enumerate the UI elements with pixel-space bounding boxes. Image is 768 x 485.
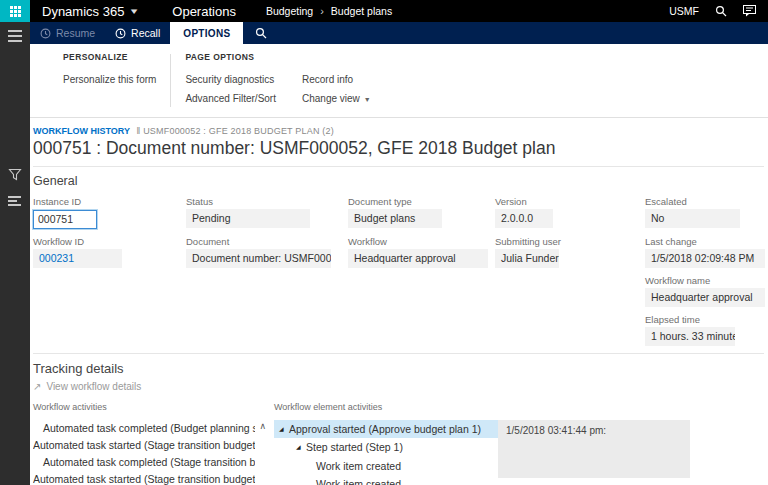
document-type-value: Budget plans	[348, 209, 442, 228]
element-activities-tree: ◢ Approval started (Approve budget plan …	[274, 420, 498, 485]
general-fields: Instance ID Status Pending Document type…	[33, 196, 764, 353]
field-label: Version	[495, 196, 645, 207]
product-name: Dynamics 365	[42, 4, 124, 19]
filter-icon[interactable]	[8, 168, 22, 181]
field-elapsed-time: Elapsed time 1 hours. 33 minutes.	[645, 314, 765, 346]
workflow-activities-label: Workflow activities	[33, 402, 266, 412]
breadcrumb-chevron-icon: ›	[320, 5, 324, 17]
tree-item-label: Approval started (Approve budget plan 1)	[289, 420, 481, 439]
field-version: Version 2.0.0.0	[495, 196, 645, 229]
status-value: Pending	[186, 209, 310, 228]
field-workflow-name: Workflow name Headquarter approval	[645, 275, 765, 307]
field-status: Status Pending	[186, 196, 348, 229]
chevron-down-icon: ▼	[129, 7, 140, 16]
instance-id-input[interactable]	[33, 210, 97, 229]
search-icon[interactable]	[715, 5, 727, 17]
list-item[interactable]: Automated task started (Stage transition…	[33, 471, 255, 485]
field-label: Submitting user	[495, 236, 645, 247]
field-document: Document Document number: USMF00005...	[186, 236, 348, 268]
view-workflow-details-label: View workflow details	[46, 381, 141, 392]
field-instance-id: Instance ID	[33, 196, 186, 229]
tree-item[interactable]: Work item created	[274, 475, 498, 485]
chevron-down-icon: ▼	[364, 96, 371, 103]
diagonal-arrow-icon: ↗	[33, 381, 41, 392]
resume-button[interactable]: Resume	[30, 22, 105, 44]
tracking-details-heading[interactable]: Tracking details	[33, 354, 764, 378]
field-label: Document	[186, 236, 348, 247]
list-item[interactable]: Automated task started (Stage transition…	[33, 437, 255, 454]
workflow-activities-panel: Workflow activities Automated task compl…	[33, 402, 266, 485]
elapsed-time-value: 1 hours. 33 minutes.	[645, 327, 735, 346]
actionbar-search-icon[interactable]	[243, 22, 279, 44]
field-label: Status	[186, 196, 348, 207]
recall-button[interactable]: Recall	[105, 22, 170, 44]
field-label: Workflow name	[645, 275, 765, 286]
change-view-label: Change view	[302, 93, 360, 104]
company-picker[interactable]: USMF	[669, 5, 699, 17]
record-info-button[interactable]: Record info	[302, 70, 371, 89]
general-section-heading[interactable]: General	[33, 167, 764, 196]
product-menu[interactable]: Dynamics 365 ▼	[42, 4, 138, 19]
feedback-icon[interactable]	[743, 5, 756, 17]
field-escalated: Escalated No	[645, 196, 765, 229]
personalize-this-form-button[interactable]: Personalize this form	[63, 70, 156, 89]
app-name[interactable]: Operations	[172, 4, 236, 19]
tree-expander-icon[interactable]: ◢	[296, 438, 306, 457]
last-change-value: 1/5/2018 02:09:48 PM	[645, 249, 765, 268]
tree-expander-icon[interactable]: ◢	[279, 420, 289, 439]
tree-item-label: Work item created	[316, 475, 401, 485]
field-label: Escalated	[645, 196, 765, 207]
list-item[interactable]: Automated task completed (Stage transiti…	[33, 454, 255, 471]
top-navigation-bar: Dynamics 365 ▼ Operations Budgeting › Bu…	[0, 0, 768, 22]
version-value: 2.0.0.0	[495, 209, 553, 228]
options-ribbon: PERSONALIZE Personalize this form PAGE O…	[30, 44, 768, 118]
workflow-value: Headquarter approval	[348, 249, 488, 268]
view-workflow-details-button[interactable]: ↗ View workflow details	[33, 381, 764, 392]
workflow-element-activities-label: Workflow element activities	[274, 402, 690, 412]
tree-item-label: Step started (Step 1)	[306, 438, 403, 457]
tree-item-selected[interactable]: ◢ Approval started (Approve budget plan …	[274, 420, 498, 439]
change-view-button[interactable]: Change view▼	[302, 89, 371, 109]
workflow-name-value: Headquarter approval	[645, 288, 765, 307]
field-submitting-user: Submitting user Julia Funderb...	[495, 236, 645, 268]
submitting-user-value: Julia Funderb...	[495, 249, 559, 268]
hamburger-menu-icon[interactable]	[8, 30, 22, 42]
page-content: WORKFLOW HISTORY ‖ USMF000052 : GFE 2018…	[30, 118, 768, 485]
app-launcher-button[interactable]	[0, 0, 30, 22]
security-diagnostics-button[interactable]: Security diagnostics	[185, 70, 276, 89]
page-options-group: PAGE OPTIONS Security diagnostics Advanc…	[185, 52, 384, 117]
list-item[interactable]: Automated task completed (Budget plannin…	[33, 420, 255, 437]
tracking-columns: Workflow activities Automated task compl…	[33, 402, 764, 485]
workflow-id-link[interactable]: 000231	[33, 249, 122, 268]
tree-item[interactable]: Work item created	[274, 457, 498, 476]
page-caption: WORKFLOW HISTORY ‖ USMF000052 : GFE 2018…	[33, 126, 764, 136]
breadcrumb-section[interactable]: Budgeting	[266, 5, 313, 17]
caption-context: ‖ USMF000052 : GFE 2018 BUDGET PLAN (2)	[137, 126, 334, 136]
resume-icon	[40, 28, 51, 39]
field-document-type: Document type Budget plans	[348, 196, 495, 229]
personalize-group: PERSONALIZE Personalize this form	[63, 52, 170, 117]
field-label: Instance ID	[33, 196, 186, 207]
task-list-icon[interactable]	[8, 196, 21, 206]
escalated-value: No	[645, 209, 740, 228]
field-last-change: Last change 1/5/2018 02:09:48 PM	[645, 236, 765, 268]
tab-options[interactable]: OPTIONS	[170, 22, 243, 44]
resume-label: Resume	[56, 27, 95, 39]
field-label: Elapsed time	[645, 314, 765, 325]
field-label: Workflow	[348, 236, 495, 247]
page-title: 000751 : Document number: USMF000052, GF…	[33, 138, 764, 159]
recall-icon	[115, 28, 126, 39]
advanced-filter-sort-button[interactable]: Advanced Filter/Sort	[185, 89, 276, 108]
workflow-history-link[interactable]: WORKFLOW HISTORY	[33, 126, 130, 136]
activity-detail-panel: 1/5/2018 03:41:44 pm:	[498, 420, 690, 478]
workflow-element-activities-panel: Workflow element activities ◢ Approval s…	[274, 402, 690, 485]
personalize-group-title: PERSONALIZE	[63, 52, 156, 62]
tree-item[interactable]: ◢ Step started (Step 1)	[274, 438, 498, 457]
topbar-right-group: USMF	[669, 5, 768, 17]
field-label: Document type	[348, 196, 495, 207]
recall-label: Recall	[131, 27, 160, 39]
field-label: Last change	[645, 236, 765, 247]
scroll-up-icon[interactable]: ∧	[259, 422, 266, 431]
breadcrumb-page[interactable]: Budget plans	[331, 5, 392, 17]
field-workflow: Workflow Headquarter approval	[348, 236, 495, 268]
